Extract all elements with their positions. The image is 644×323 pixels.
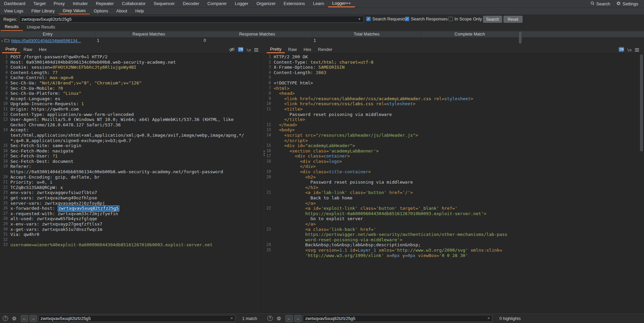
editor-line-text: Cache-Control: max-age=0 bbox=[10, 75, 73, 80]
editor-row: 1POST /forgot-password?qw4hr0=1 HTTP/2 bbox=[0, 54, 263, 60]
menu-item-dashboard[interactable]: Dashboard bbox=[0, 0, 30, 7]
response-tab-render[interactable]: Render bbox=[315, 46, 336, 53]
search-icon bbox=[590, 1, 595, 6]
editor-row: 19 <div class=title-container> bbox=[265, 169, 644, 175]
column-header-response-matches[interactable]: Response Matches bbox=[202, 31, 312, 38]
find-next-button[interactable]: → bbox=[30, 315, 37, 322]
soft-wrap-icon[interactable] bbox=[238, 47, 244, 53]
menu-item-collaborator[interactable]: Collaborator bbox=[118, 0, 150, 7]
menu-item-extensions[interactable]: Extensions bbox=[280, 0, 309, 7]
results-table-scrollbar[interactable] bbox=[519, 31, 522, 44]
regex-input[interactable] bbox=[19, 16, 364, 23]
column-header-complete-match[interactable]: Complete Match bbox=[421, 31, 519, 38]
line-number: 16 bbox=[265, 148, 274, 154]
show-newlines-icon[interactable]: \n bbox=[627, 48, 632, 52]
editor-line-text: Content-Length: 77 bbox=[10, 70, 58, 75]
submenu-item-options[interactable]: Options bbox=[90, 8, 112, 14]
menu-item-sequencer[interactable]: Sequencer bbox=[150, 0, 179, 7]
line-number: 11 bbox=[265, 107, 274, 112]
folder-icon bbox=[4, 38, 9, 43]
checkbox-checked-icon[interactable]: ✓ bbox=[405, 17, 409, 21]
regex-dropdown-arrow[interactable]: ▾ bbox=[359, 17, 360, 21]
grep-bar: Regex: ▾ Search Reset ✓Search Requests✓S… bbox=[0, 15, 644, 24]
entry-cell[interactable]: › https://0a93001404d104bb8596134... bbox=[1, 38, 95, 44]
hide-items-eye-icon[interactable] bbox=[229, 47, 235, 53]
find-settings-gear-icon[interactable] bbox=[276, 316, 281, 322]
search-button[interactable]: Search bbox=[483, 16, 502, 23]
request-tab-pretty[interactable]: Pretty bbox=[2, 46, 20, 53]
show-newlines-icon[interactable]: \n bbox=[247, 48, 251, 52]
column-header-request-matches[interactable]: Request Matches bbox=[96, 31, 202, 38]
request-editor[interactable]: 1POST /forgot-password?qw4hr0=1 HTTP/22H… bbox=[0, 53, 263, 313]
request-tab-raw[interactable]: Raw bbox=[20, 46, 36, 53]
menu-item-proxy[interactable]: Proxy bbox=[50, 0, 69, 7]
response-tab-hex[interactable]: Hex bbox=[300, 46, 315, 53]
find-previous-button[interactable]: ← bbox=[21, 315, 28, 322]
editor-row: Password reset poisoning via middleware bbox=[265, 112, 644, 117]
submenu-item-view-logs[interactable]: View Logs bbox=[0, 8, 27, 14]
editor-line-text: <a id='exploit-link' class='button' targ… bbox=[274, 206, 458, 211]
menu-item-logger[interactable]: Logger bbox=[231, 0, 252, 7]
editor-menu-icon[interactable] bbox=[635, 47, 639, 53]
response-tab-pretty[interactable]: Pretty bbox=[267, 46, 285, 53]
find-settings-gear-icon[interactable] bbox=[12, 316, 17, 322]
clear-search-icon[interactable]: × bbox=[230, 316, 233, 321]
menu-item-intruder[interactable]: Intruder bbox=[69, 0, 92, 7]
response-editor[interactable]: 1HTTP/2 200 OK2Content-Type: text/html; … bbox=[265, 53, 644, 313]
editor-line-text: </title> bbox=[274, 117, 305, 122]
soft-wrap-icon[interactable] bbox=[619, 47, 624, 53]
top-menu-bar: DashboardTargetProxyIntruderRepeaterColl… bbox=[0, 0, 644, 8]
checkbox-search-responses[interactable]: ✓Search Responses bbox=[405, 16, 448, 21]
help-icon[interactable]: ? bbox=[3, 316, 8, 321]
response-scrollbar[interactable] bbox=[640, 54, 643, 151]
settings-menu-button[interactable]: Settings bbox=[613, 1, 641, 7]
line-number: 28 bbox=[0, 216, 10, 221]
menu-item-target[interactable]: Target bbox=[30, 0, 50, 7]
clear-search-icon[interactable]: × bbox=[487, 316, 490, 321]
editor-row: https://exploit-0a600096044304db85161267… bbox=[265, 211, 644, 216]
menu-item-organizer[interactable]: Organizer bbox=[252, 0, 279, 7]
search-menu-button[interactable]: Search bbox=[587, 1, 613, 6]
line-number: 6 bbox=[265, 80, 274, 86]
results-tab-results[interactable]: Results bbox=[1, 24, 23, 31]
line-number: 25 bbox=[265, 248, 274, 253]
response-find-input[interactable] bbox=[303, 315, 492, 322]
menu-item-decoder[interactable]: Decoder bbox=[179, 0, 203, 7]
request-tab-hex[interactable]: Hex bbox=[36, 46, 50, 53]
editor-menu-icon[interactable] bbox=[254, 47, 259, 53]
menu-item-logger[interactable]: Logger++ bbox=[328, 0, 355, 7]
column-header-entry[interactable]: Entry bbox=[0, 31, 96, 38]
editor-row: 14Accept: bbox=[0, 127, 263, 133]
checkbox-in-scope-only[interactable]: In Scope Only bbox=[448, 16, 482, 21]
editor-line-text: Sec-Ch-Ua-Mobile: ?0 bbox=[10, 86, 63, 91]
find-previous-button[interactable]: ← bbox=[285, 315, 293, 322]
help-icon[interactable]: ? bbox=[267, 316, 273, 321]
editor-row: 12 </head> bbox=[265, 122, 644, 128]
submenu-item-help[interactable]: Help bbox=[131, 8, 148, 14]
line-number: 17 bbox=[265, 153, 274, 159]
submenu-item-about[interactable]: About bbox=[112, 8, 131, 14]
entry-link[interactable]: https://0a93001404d104bb8596134... bbox=[11, 39, 81, 43]
menu-item-repeater[interactable]: Repeater bbox=[92, 0, 118, 7]
checkbox-checked-icon[interactable]: ✓ bbox=[366, 17, 371, 21]
expand-chevron-icon[interactable]: › bbox=[1, 38, 3, 43]
line-number: 13 bbox=[265, 127, 274, 133]
reset-button[interactable]: Reset bbox=[503, 16, 523, 23]
checkbox-unchecked-icon[interactable] bbox=[448, 17, 453, 21]
editor-row: 2Content-Type: text/html; charset=utf-8 bbox=[265, 60, 644, 65]
menu-item-learn[interactable]: Learn bbox=[309, 0, 328, 7]
editor-line-text: </h2> bbox=[274, 185, 318, 190]
checkbox-search-requests[interactable]: ✓Search Requests bbox=[366, 16, 406, 21]
submenu-item-grep-values[interactable]: Grep Values bbox=[59, 8, 90, 14]
column-header-total-matches[interactable]: Total Matches bbox=[312, 31, 421, 38]
response-tab-raw[interactable]: Raw bbox=[285, 46, 300, 53]
editor-row: 13User-Agent: Mozilla/5.0 (Windows NT 10… bbox=[0, 117, 263, 122]
menu-item-comparer[interactable]: Comparer bbox=[203, 0, 231, 7]
request-find-input[interactable] bbox=[38, 315, 235, 322]
line-number bbox=[0, 169, 10, 175]
result-row[interactable]: › https://0a93001404d104bb8596134... 1 0… bbox=[0, 38, 644, 44]
submenu-item-filter-library[interactable]: Filter Library bbox=[27, 8, 58, 14]
find-next-button[interactable]: → bbox=[294, 315, 302, 322]
results-tab-unique-results[interactable]: Unique Results bbox=[23, 24, 59, 31]
request-editor-icons: \n bbox=[229, 47, 259, 53]
